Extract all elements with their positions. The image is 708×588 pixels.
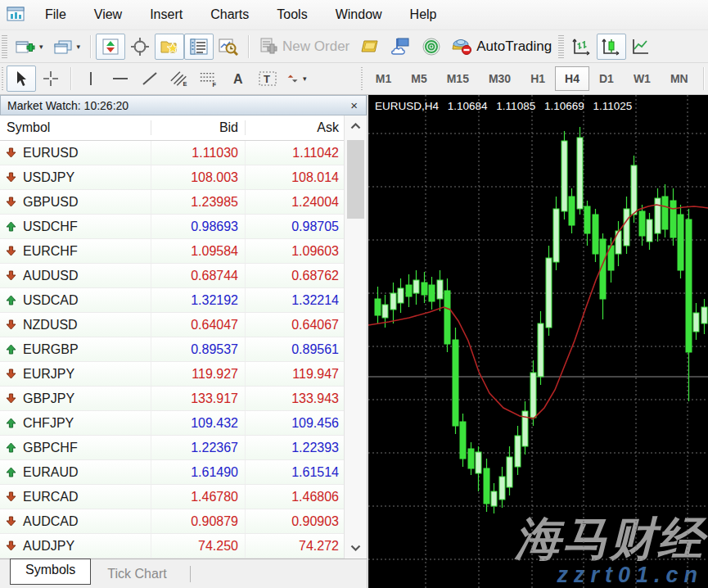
metaeditor-button[interactable] bbox=[354, 34, 386, 60]
table-row[interactable]: CHFJPY109.432109.456 bbox=[0, 411, 344, 436]
table-row[interactable]: EURCHF1.095841.09603 bbox=[0, 239, 344, 264]
timeframe-m5[interactable]: M5 bbox=[401, 66, 436, 91]
table-row[interactable]: GBPJPY133.917133.943 bbox=[0, 387, 344, 411]
fibonacci-icon: F bbox=[199, 70, 219, 88]
toolbar-grip[interactable] bbox=[2, 35, 7, 58]
market-watch-title: Market Watch: 10:26:20 bbox=[7, 99, 129, 112]
menu-insert[interactable]: Insert bbox=[136, 7, 196, 22]
table-row[interactable]: USDCHF0.986930.98705 bbox=[0, 215, 344, 239]
ask-cell: 1.61514 bbox=[246, 460, 344, 484]
timeframe-h4[interactable]: H4 bbox=[555, 66, 589, 91]
svg-text:E: E bbox=[183, 80, 187, 88]
arrows-tool-button[interactable]: ▾ bbox=[282, 66, 312, 92]
menu-view[interactable]: View bbox=[80, 7, 136, 22]
mql5-community-button[interactable] bbox=[386, 34, 417, 60]
bar-chart-icon bbox=[572, 38, 592, 56]
table-row[interactable]: EURJPY119.927119.947 bbox=[0, 362, 344, 387]
bid-cell: 0.64047 bbox=[151, 313, 246, 337]
chart-high: 1.11085 bbox=[496, 100, 535, 112]
bid-cell: 133.917 bbox=[151, 387, 246, 410]
up-arrow-icon bbox=[6, 418, 16, 428]
ask-cell: 1.46806 bbox=[246, 485, 344, 509]
terminal-list-icon bbox=[190, 38, 208, 55]
table-row[interactable]: NZDUSD0.640470.64067 bbox=[0, 313, 344, 337]
table-row[interactable]: EURAUD1.614901.61514 bbox=[0, 460, 344, 485]
autotrading-label: AutoTrading bbox=[476, 38, 552, 55]
menu-help[interactable]: Help bbox=[396, 7, 451, 22]
timeframe-h1[interactable]: H1 bbox=[521, 66, 555, 91]
market-watch-toggle-button[interactable] bbox=[96, 34, 125, 60]
candlestick bbox=[686, 219, 692, 352]
scrollbar-thumb[interactable] bbox=[347, 140, 364, 219]
table-row[interactable]: USDJPY108.003108.014 bbox=[0, 165, 344, 190]
candlestick bbox=[476, 452, 481, 473]
table-row[interactable]: EURGBP0.895370.89561 bbox=[0, 337, 344, 362]
scrollbar[interactable] bbox=[344, 115, 367, 559]
new-chart-button[interactable]: ▾ bbox=[11, 34, 48, 60]
candlestick bbox=[507, 457, 512, 487]
table-row[interactable]: GBPUSD1.239851.24004 bbox=[0, 190, 344, 215]
table-row[interactable]: USDCAD1.321921.32214 bbox=[0, 288, 344, 313]
horizontal-line-tool-button[interactable] bbox=[106, 66, 135, 92]
navigator-folder-star-icon bbox=[160, 38, 179, 55]
trendline-tool-button[interactable] bbox=[135, 66, 165, 92]
symbol-cell: EURJPY bbox=[0, 362, 151, 386]
vertical-line-tool-button[interactable] bbox=[76, 66, 106, 92]
candlestick bbox=[639, 211, 645, 236]
trendline-icon bbox=[141, 70, 159, 87]
flag-cloud-icon bbox=[390, 38, 412, 56]
ask-cell: 1.09603 bbox=[246, 239, 344, 263]
menu-window[interactable]: Window bbox=[322, 7, 396, 22]
timeframe-m30[interactable]: M30 bbox=[479, 66, 521, 91]
table-row[interactable]: AUDUSD0.687440.68762 bbox=[0, 264, 344, 288]
toolbar-grip[interactable] bbox=[361, 67, 363, 90]
table-row[interactable]: EURUSD1.110301.11042 bbox=[0, 141, 344, 165]
strategy-tester-button[interactable] bbox=[214, 34, 243, 60]
chart-candles-button[interactable] bbox=[597, 34, 626, 60]
scroll-up-button[interactable] bbox=[345, 115, 367, 137]
down-arrow-icon bbox=[6, 172, 16, 183]
tools-toolbar: E F A T ▾ M1 M5 M15 M30 H1 H4 D1 W1 MN bbox=[0, 62, 708, 95]
signals-button[interactable] bbox=[417, 34, 446, 60]
terminal-button[interactable] bbox=[184, 34, 214, 60]
close-icon[interactable]: × bbox=[349, 99, 359, 111]
text-tool-button[interactable]: A bbox=[223, 66, 253, 92]
price-chart[interactable] bbox=[368, 95, 708, 588]
timeframe-d1[interactable]: D1 bbox=[589, 66, 624, 91]
timeframe-m1[interactable]: M1 bbox=[366, 66, 401, 91]
toolbar-grip[interactable] bbox=[558, 35, 564, 58]
chart-line-button[interactable] bbox=[626, 34, 656, 60]
svg-text:A: A bbox=[233, 72, 243, 86]
scroll-down-button[interactable] bbox=[345, 537, 367, 559]
timeframe-mn[interactable]: MN bbox=[661, 66, 698, 91]
app-chart-window-icon bbox=[7, 7, 26, 23]
up-arrow-icon bbox=[6, 295, 16, 305]
new-order-button[interactable]: New Order bbox=[254, 34, 354, 60]
crosshair-tool-button[interactable] bbox=[36, 66, 65, 92]
data-window-button[interactable] bbox=[125, 34, 155, 60]
menu-tools[interactable]: Tools bbox=[263, 7, 321, 22]
timeframe-w1[interactable]: W1 bbox=[624, 66, 661, 91]
candlestick bbox=[375, 299, 381, 315]
fibonacci-tool-button[interactable]: F bbox=[194, 66, 223, 92]
toolbar-grip[interactable] bbox=[2, 67, 3, 90]
menu-file[interactable]: File bbox=[31, 7, 80, 22]
navigator-button[interactable] bbox=[155, 34, 184, 60]
table-row[interactable]: GBPCHF1.223671.22393 bbox=[0, 436, 344, 460]
table-row[interactable]: AUDCAD0.908790.90903 bbox=[0, 509, 344, 534]
tab-symbols[interactable]: Symbols bbox=[10, 559, 91, 585]
timeframe-m15[interactable]: M15 bbox=[437, 66, 479, 91]
candlestick bbox=[429, 285, 435, 301]
ask-cell: 119.947 bbox=[246, 362, 344, 386]
cursor-tool-button[interactable] bbox=[7, 66, 36, 92]
autotrading-button[interactable]: AutoTrading bbox=[446, 34, 557, 60]
equidistant-channel-tool-button[interactable]: E bbox=[165, 66, 194, 92]
chart-bars-button[interactable] bbox=[567, 34, 597, 60]
menu-charts[interactable]: Charts bbox=[196, 7, 263, 22]
tab-tick-chart[interactable]: Tick Chart bbox=[92, 564, 181, 584]
chart-profiles-button[interactable]: ▾ bbox=[48, 34, 86, 60]
text-label-tool-button[interactable]: T bbox=[253, 66, 282, 92]
table-row[interactable]: EURCAD1.467801.46806 bbox=[0, 485, 344, 509]
table-row[interactable]: AUDJPY74.25074.272 bbox=[0, 534, 344, 559]
market-watch-icon bbox=[102, 38, 119, 55]
